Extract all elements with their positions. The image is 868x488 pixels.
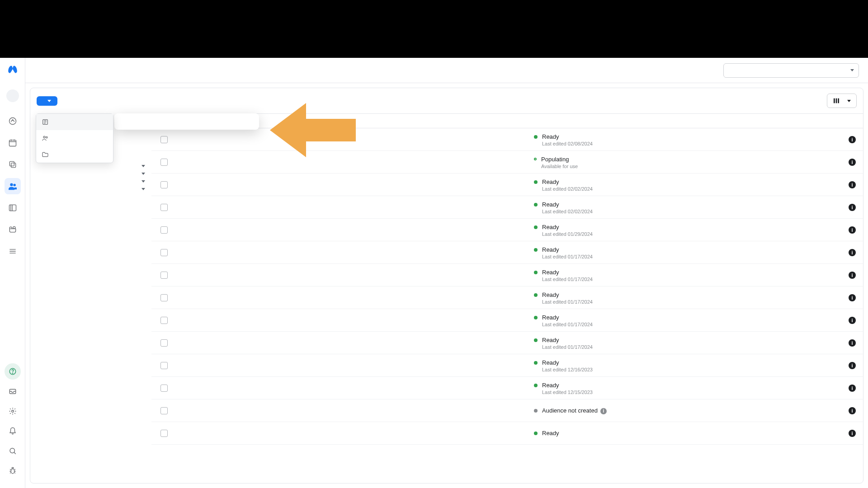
info-icon[interactable]: i	[849, 407, 856, 414]
row-checkbox[interactable]	[160, 159, 168, 166]
table-row[interactable]: ReadyLast edited 02/02/2024i	[151, 174, 863, 196]
info-icon[interactable]: i	[849, 136, 856, 143]
table-row[interactable]: ReadyLast edited 12/15/2023i	[151, 377, 863, 399]
svg-point-12	[11, 410, 14, 413]
nav-audience[interactable]	[5, 178, 21, 194]
table-row[interactable]: Readyi	[151, 422, 863, 445]
table-row[interactable]: ReadyLast edited 01/17/2024i	[151, 264, 863, 286]
bug-icon[interactable]	[5, 463, 21, 479]
status-main: Ready	[542, 429, 559, 437]
row-checkbox[interactable]	[160, 136, 168, 143]
table-row[interactable]: ReadyLast edited 12/16/2023i	[151, 354, 863, 377]
info-icon[interactable]: i	[849, 317, 856, 324]
nav-calendar[interactable]	[5, 135, 21, 151]
svg-point-1	[12, 120, 13, 121]
table-row[interactable]: ReadyLast edited 02/08/2024i	[151, 128, 863, 151]
row-checkbox[interactable]	[160, 362, 168, 369]
row-checkbox[interactable]	[160, 249, 168, 256]
status-sub: Last edited 01/29/2024	[542, 231, 593, 237]
info-icon[interactable]: i	[849, 272, 856, 279]
table-row[interactable]: ReadyLast edited 01/29/2024i	[151, 219, 863, 241]
filter-panel	[30, 113, 151, 483]
status-dot	[534, 338, 538, 342]
info-icon[interactable]: i	[849, 339, 856, 347]
table-row[interactable]: PopulatingAvailable for usei	[151, 151, 863, 174]
table-row[interactable]: Audience not createdii	[151, 399, 863, 422]
svg-point-8	[13, 226, 15, 229]
top-black-bar	[0, 0, 868, 58]
row-checkbox[interactable]	[160, 407, 168, 414]
brand-avatar[interactable]	[6, 89, 19, 102]
info-icon[interactable]: i	[849, 181, 856, 188]
menu-item-custom-audience[interactable]	[36, 114, 113, 130]
svg-rect-7	[9, 205, 16, 211]
filter-availability[interactable]	[37, 178, 145, 185]
row-checkbox[interactable]	[160, 181, 168, 188]
status-main: Ready	[542, 133, 593, 141]
status-block: ReadyLast edited 01/17/2024	[534, 268, 849, 282]
meta-logo[interactable]	[7, 63, 19, 77]
menu-item-saved-audience[interactable]	[36, 146, 113, 163]
inbox-icon[interactable]	[5, 383, 21, 399]
info-icon[interactable]: i	[849, 362, 856, 369]
status-main: Ready	[542, 178, 593, 186]
row-checkbox[interactable]	[160, 339, 168, 347]
row-checkbox[interactable]	[160, 294, 168, 301]
row-checkbox[interactable]	[160, 317, 168, 324]
status-sub: Last edited 01/17/2024	[542, 322, 593, 327]
audience-list: ReadyLast edited 02/08/2024iPopulatingAv…	[151, 113, 863, 483]
status-dot	[534, 384, 538, 387]
info-icon[interactable]: i	[849, 226, 856, 234]
svg-point-13	[10, 448, 15, 453]
chevron-down-icon	[142, 165, 145, 167]
table-row[interactable]: ReadyLast edited 01/17/2024i	[151, 332, 863, 354]
info-icon[interactable]: i	[849, 294, 856, 301]
row-checkbox[interactable]	[160, 204, 168, 211]
info-icon[interactable]: i	[849, 159, 856, 166]
notifications-icon[interactable]	[5, 423, 21, 439]
info-icon[interactable]: i	[600, 408, 607, 414]
info-icon[interactable]: i	[849, 249, 856, 256]
table-row[interactable]: ReadyLast edited 01/17/2024i	[151, 241, 863, 264]
nav-dashboard[interactable]	[5, 113, 21, 129]
columns-button[interactable]	[827, 94, 857, 108]
create-audience-button[interactable]	[37, 96, 57, 106]
info-icon[interactable]: i	[849, 385, 856, 392]
menu-item-lookalike-audience[interactable]	[36, 130, 113, 146]
search-icon[interactable]	[5, 443, 21, 459]
status-sub: Last edited 01/17/2024	[542, 254, 593, 259]
status-main: Ready	[542, 291, 593, 299]
svg-rect-2	[9, 140, 16, 146]
table-row[interactable]: ReadyLast edited 01/17/2024i	[151, 309, 863, 332]
table-row[interactable]: ReadyLast edited 01/17/2024i	[151, 286, 863, 309]
status-dot	[534, 293, 538, 297]
row-checkbox[interactable]	[160, 430, 168, 437]
nav-library[interactable]	[5, 200, 21, 216]
settings-icon[interactable]	[5, 403, 21, 419]
status-sub: Last edited 12/16/2023	[542, 367, 593, 372]
row-checkbox[interactable]	[160, 226, 168, 234]
filter-status[interactable]	[37, 162, 145, 170]
account-selector[interactable]	[723, 63, 859, 78]
nav-copy[interactable]	[5, 156, 21, 173]
help-icon[interactable]	[5, 363, 21, 380]
filter-source[interactable]	[37, 185, 145, 193]
row-checkbox[interactable]	[160, 272, 168, 279]
chevron-down-icon	[47, 100, 51, 102]
svg-point-6	[14, 184, 15, 186]
status-block: ReadyLast edited 01/29/2024	[534, 223, 849, 237]
row-checkbox[interactable]	[160, 385, 168, 392]
status-dot	[534, 316, 538, 319]
chevron-down-icon	[142, 173, 145, 175]
status-dot	[534, 271, 538, 274]
filter-type[interactable]	[37, 170, 145, 178]
table-row[interactable]: ReadyLast edited 02/02/2024i	[151, 196, 863, 219]
status-block: ReadyLast edited 01/17/2024	[534, 246, 849, 259]
info-icon[interactable]: i	[849, 204, 856, 211]
nav-more[interactable]	[5, 243, 21, 259]
info-icon[interactable]: i	[849, 430, 856, 437]
status-main: Populating	[541, 155, 578, 164]
status-dot	[534, 248, 538, 252]
svg-rect-17	[838, 99, 839, 103]
nav-billing[interactable]	[5, 221, 21, 238]
